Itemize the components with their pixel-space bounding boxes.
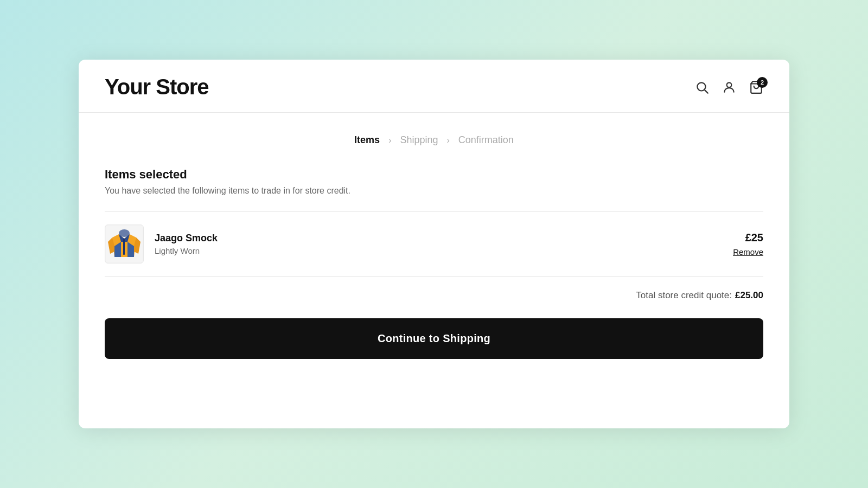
main-window: Your Store [79,60,789,428]
chevron-icon-2: › [447,136,450,145]
cart-badge: 2 [757,77,768,88]
user-icon [722,80,736,94]
cart-button[interactable]: 2 [749,80,763,94]
continue-to-shipping-button[interactable]: Continue to Shipping [105,318,763,359]
item-image-svg [106,226,143,262]
search-button[interactable] [695,80,709,94]
total-row: Total store credit quote: £25.00 [105,277,763,318]
step-items[interactable]: Items [354,134,380,146]
total-amount: £25.00 [735,290,763,301]
chevron-icon-1: › [388,136,391,145]
header-icons: 2 [695,80,763,94]
remove-button[interactable]: Remove [733,247,763,256]
section-title: Items selected [105,168,763,182]
svg-rect-9 [123,239,125,255]
search-icon [695,80,709,94]
item-price: £25 [745,232,763,244]
user-button[interactable] [722,80,736,94]
item-condition: Lightly Worn [155,246,218,255]
breadcrumb-steps: Items › Shipping › Confirmation [105,134,763,146]
step-shipping[interactable]: Shipping [400,134,438,146]
item-name: Jaago Smock [155,233,218,244]
main-content: Items › Shipping › Confirmation Items se… [79,113,789,428]
section-subtitle: You have selected the following items to… [105,186,763,196]
item-right: £25 Remove [733,232,763,256]
step-confirmation[interactable]: Confirmation [458,134,514,146]
svg-point-2 [727,82,732,87]
svg-point-12 [119,229,130,237]
store-title: Your Store [105,75,209,99]
total-label: Total store credit quote: [636,290,732,301]
svg-line-1 [705,89,708,93]
item-row: Jaago Smock Lightly Worn £25 Remove [105,211,763,277]
item-info: Jaago Smock Lightly Worn [155,233,218,255]
item-image [105,224,144,264]
header: Your Store [79,60,789,113]
item-left: Jaago Smock Lightly Worn [105,224,218,264]
